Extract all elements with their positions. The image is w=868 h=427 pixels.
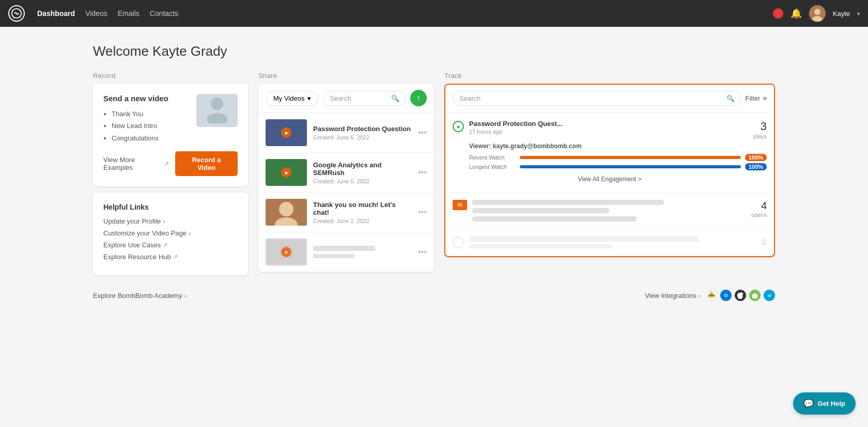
share-search-label: Search (330, 94, 351, 102)
academy-arrow-icon: › (184, 292, 187, 299)
outlook-icon[interactable]: O (720, 290, 732, 301)
video-info-1: Password Protection Question Created: Ju… (313, 125, 412, 140)
track-search-bar[interactable]: Search 🔍 (453, 91, 741, 106)
list-item-1: Thank You (112, 108, 190, 120)
video-title-3: Thank you so much! Let's chat! (313, 201, 412, 216)
video-info-3: Thank you so much! Let's chat! Created: … (313, 201, 412, 224)
filter-label: Filter (746, 94, 761, 102)
upload-button[interactable]: ↑ (410, 90, 427, 106)
view-more-label: View More Examples (103, 156, 162, 171)
integrations-area: View Integrations › O (645, 290, 775, 301)
nav-links: Dashboard Videos Emails Contacts (37, 9, 178, 18)
track-item-time-1: 17 hours ago (469, 129, 748, 135)
user-dropdown-chevron-icon[interactable]: ▾ (857, 11, 860, 17)
update-profile-label: Update your Profile (103, 217, 161, 225)
salesforce-icon[interactable]: sf (764, 290, 775, 301)
video-item-2[interactable]: ▶ Google Analytics and SEMRush Created: … (258, 153, 434, 193)
view-more-link[interactable]: View More Examples ↗ (103, 156, 169, 171)
blur-line-3 (472, 216, 637, 222)
share-label: Share (258, 72, 434, 80)
blur-line-2 (472, 208, 609, 213)
integrations-label: View Integrations (645, 292, 696, 299)
customize-video-label: Customize your Video Page (103, 229, 187, 237)
more-options-icon-3[interactable]: ••• (418, 208, 427, 217)
share-search-bar[interactable]: Search 🔍 (323, 91, 406, 106)
more-options-icon-2[interactable]: ••• (418, 168, 427, 177)
track-item-title-1: Password Protection Quest... (469, 120, 748, 128)
nav-dashboard[interactable]: Dashboard (37, 9, 75, 18)
send-card: Send a new video Thank You New Lead Intr… (93, 84, 248, 186)
list-item-2: New Lead Intro (112, 120, 190, 132)
track-card: Search 🔍 Filter ≡ ▶ Pass (444, 84, 775, 257)
integrations-link[interactable]: View Integrations › (645, 292, 701, 299)
list-item-3: Congratulations (112, 132, 190, 144)
android-icon[interactable] (749, 290, 761, 301)
welcome-title: Welcome Kayte Grady (93, 43, 775, 59)
academy-link[interactable]: Explore BombBomb Academy › (93, 292, 187, 299)
play-icon: ▶ (457, 124, 460, 129)
video-item-1[interactable]: ▶ Password Protection Question Created: … (258, 113, 434, 153)
longest-watch-bar-bg (520, 165, 741, 168)
send-card-text: Send a new video Thank You New Lead Intr… (103, 94, 190, 144)
record-label: Record (93, 72, 248, 80)
update-profile-link[interactable]: Update your Profile › (103, 217, 238, 225)
send-card-thumbnail (196, 94, 238, 127)
longest-watch-pct: 100% (745, 163, 767, 170)
explore-resource-hub-link[interactable]: Explore Resource Hub ↗ (103, 253, 238, 261)
share-search-icon: 🔍 (391, 94, 399, 102)
customize-video-link[interactable]: Customize your Video Page › (103, 229, 238, 237)
my-videos-dropdown[interactable]: My Videos ▾ (266, 91, 319, 106)
video-date-4-blur (313, 254, 354, 258)
video-date-2: Created: June 6, 2022 (313, 178, 412, 184)
explore-use-cases-link[interactable]: Explore Use Cases ↗ (103, 241, 238, 249)
longest-watch-label: Longest Watch (469, 164, 516, 170)
track-item-blurred: 4 (445, 229, 774, 256)
avatar[interactable] (809, 5, 826, 22)
logo[interactable] (8, 5, 25, 22)
user-name-label[interactable]: Kayte (833, 10, 850, 18)
filter-icon: ≡ (763, 94, 767, 102)
progress-bars-1: Recent Watch 100% Longest Watch 100% (469, 154, 767, 170)
helpful-links-card: Helpful Links Update your Profile › Cust… (93, 193, 248, 275)
record-video-button[interactable]: Record a Video (175, 151, 238, 176)
opens-label: opens (751, 212, 767, 218)
track-item-1: ▶ Password Protection Quest... 17 hours … (445, 113, 774, 193)
plays-label-1: plays (753, 133, 767, 139)
arrow-icon: › (163, 217, 165, 225)
chrome-icon[interactable] (706, 290, 717, 301)
track-search-label: Search (459, 94, 481, 102)
recent-watch-row: Recent Watch 100% (469, 154, 767, 161)
plays-count-1: 3 (753, 120, 767, 133)
email-icon: ✉ (453, 200, 467, 210)
track-label: Track (444, 72, 775, 80)
page: Welcome Kayte Grady Record Send a new vi… (72, 27, 796, 318)
external-icon-3: ↗ (163, 242, 167, 248)
video-item-4[interactable]: ▶ ••• (258, 232, 434, 272)
nav-contacts[interactable]: Contacts (150, 9, 178, 18)
notification-bell-icon[interactable]: 🔔 (791, 8, 802, 19)
svg-point-7 (279, 202, 293, 216)
footer: Explore BombBomb Academy › View Integrat… (93, 279, 775, 301)
recent-watch-bar-fill (520, 156, 741, 159)
apple-icon[interactable] (735, 290, 746, 301)
share-card: My Videos ▾ Search 🔍 ↑ ▶ (258, 84, 434, 272)
track-column: Track Search 🔍 Filter ≡ ▶ (444, 72, 775, 257)
video-thumb-3: ▶ (266, 199, 307, 226)
longest-watch-bar-fill (520, 165, 741, 168)
filter-button[interactable]: Filter ≡ (746, 94, 767, 102)
recent-watch-label: Recent Watch (469, 154, 516, 161)
my-videos-label: My Videos (273, 94, 304, 102)
arrow-icon-2: › (189, 229, 191, 237)
helpful-links-title: Helpful Links (103, 203, 238, 211)
nav-videos[interactable]: Videos (85, 9, 107, 18)
video-title-2: Google Analytics and SEMRush (313, 161, 412, 177)
video-info-4 (313, 246, 412, 258)
view-engagement-link[interactable]: View All Engagement > (453, 176, 767, 183)
more-options-icon-4[interactable]: ••• (418, 247, 427, 257)
more-options-icon-1[interactable]: ••• (418, 128, 427, 137)
video-item-3[interactable]: ▶ Thank you so much! Let's chat! Created… (258, 193, 434, 232)
academy-label: Explore BombBomb Academy (93, 292, 182, 299)
nav-emails[interactable]: Emails (118, 9, 140, 18)
video-thumb-4: ▶ (266, 239, 307, 265)
svg-point-4 (211, 98, 223, 110)
